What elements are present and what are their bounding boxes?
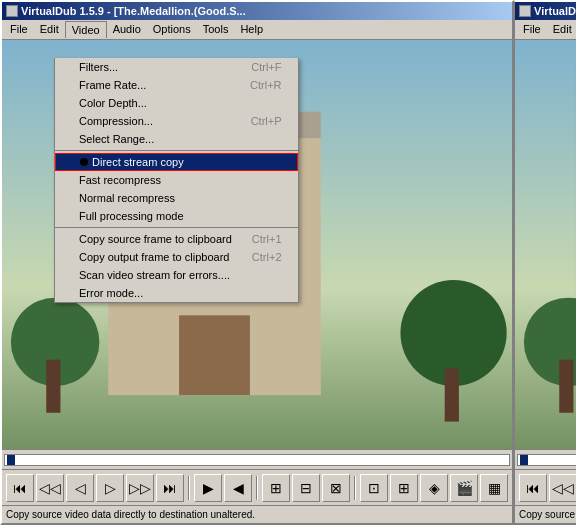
right-timeline-track[interactable] (517, 454, 576, 466)
left-btn-extra4[interactable]: 🎬 (450, 474, 478, 502)
video-menu-directstream[interactable]: Direct stream copy (55, 153, 298, 171)
video-menu-copysource[interactable]: Copy source frame to clipboard Ctrl+1 (55, 230, 298, 248)
left-title-bar: VirtualDub 1.5.9 - [The.Medallion.(Good.… (2, 2, 512, 20)
right-window: VirtualDub 1.5.9 - [The.Medallion.(Good.… (514, 0, 576, 525)
video-menu-scanstream[interactable]: Scan video stream for errors.... (55, 266, 298, 284)
left-menu-help[interactable]: Help (234, 21, 269, 38)
left-btn-extra2[interactable]: ⊞ (390, 474, 418, 502)
svg-rect-27 (559, 360, 573, 413)
left-btn-next-key[interactable]: ▷▷ (126, 474, 154, 502)
video-menu-sep2 (55, 227, 298, 228)
video-menu-normalrecompress[interactable]: Normal recompress (55, 189, 298, 207)
video-menu-filters[interactable]: Filters... Ctrl+F (55, 58, 298, 76)
video-menu-copyoutput[interactable]: Copy output frame to clipboard Ctrl+2 (55, 248, 298, 266)
right-app-icon (519, 5, 531, 17)
right-timeline-area (515, 449, 576, 469)
video-menu-fullprocessing[interactable]: Full processing mode (55, 207, 298, 225)
left-menu-options[interactable]: Options (147, 21, 197, 38)
right-menu-file[interactable]: File (517, 21, 547, 38)
left-btn-zoom-out[interactable]: ⊟ (292, 474, 320, 502)
right-timeline-thumb[interactable] (520, 455, 528, 465)
left-status-bar: Copy source video data directly to desti… (2, 505, 512, 523)
svg-rect-9 (179, 315, 250, 395)
left-btn-mark-in[interactable]: ▶ (194, 474, 222, 502)
svg-rect-13 (445, 368, 459, 421)
left-timeline-thumb[interactable] (7, 455, 15, 465)
left-toolbar-sep2 (256, 476, 258, 500)
video-dropdown-menu: Filters... Ctrl+F Frame Rate... Ctrl+R C… (54, 58, 299, 303)
left-menu-video[interactable]: Video (65, 21, 107, 38)
right-title-bar: VirtualDub 1.5.9 - [The.Medallion.(Good.… (515, 2, 576, 20)
right-status-text: Copy source audio data directly to desti… (519, 509, 576, 520)
left-menu-bar: File Edit Video Audio Options Tools Help (2, 20, 512, 40)
right-btn-prev-key[interactable]: ◁◁ (549, 474, 576, 502)
right-menu-bar: File Edit Video Audio Options Tools Help (515, 20, 576, 40)
right-btn-start[interactable]: ⏮ (519, 474, 547, 502)
left-btn-prev[interactable]: ◁ (66, 474, 94, 502)
left-btn-zoom-in[interactable]: ⊞ (262, 474, 290, 502)
left-title-text: VirtualDub 1.5.9 - [The.Medallion.(Good.… (21, 5, 246, 17)
left-menu-tools[interactable]: Tools (197, 21, 235, 38)
left-toolbar-sep3 (354, 476, 356, 500)
left-toolbar-sep1 (188, 476, 190, 500)
left-menu-file[interactable]: File (4, 21, 34, 38)
left-btn-fit[interactable]: ⊠ (322, 474, 350, 502)
left-btn-extra1[interactable]: ⊡ (360, 474, 388, 502)
left-btn-extra3[interactable]: ◈ (420, 474, 448, 502)
left-timeline-track[interactable] (4, 454, 510, 466)
video-menu-errormode[interactable]: Error mode... (55, 284, 298, 302)
left-toolbar-area: ⏮ ◁◁ ◁ ▷ ▷▷ ⏭ ▶ ◀ ⊞ ⊟ ⊠ ⊡ ⊞ ◈ 🎬 ▦ (2, 469, 512, 505)
right-title-text: VirtualDub 1.5.9 - [The.Medallion.(Good.… (534, 5, 576, 17)
left-btn-end[interactable]: ⏭ (156, 474, 184, 502)
right-toolbar-area: ⏮ ◁◁ ◁ ▷ ▷▷ ⏭ ▶ ◀ ⊞ ⊟ ⊠ ⊡ ⊞ ◈ 🎬 ▦ (515, 469, 576, 505)
video-menu-sep1 (55, 150, 298, 151)
left-window: VirtualDub 1.5.9 - [The.Medallion.(Good.… (0, 0, 514, 525)
video-menu-fastrecompress[interactable]: Fast recompress (55, 171, 298, 189)
left-btn-next[interactable]: ▷ (96, 474, 124, 502)
right-video-area (515, 40, 576, 449)
video-menu-compression[interactable]: Compression... Ctrl+P (55, 112, 298, 130)
left-btn-mark-out[interactable]: ◀ (224, 474, 252, 502)
right-menu-edit[interactable]: Edit (547, 21, 576, 38)
left-app-icon (6, 5, 18, 17)
radio-dot-directstream (80, 158, 88, 166)
left-menu-edit[interactable]: Edit (34, 21, 65, 38)
left-menu-audio[interactable]: Audio (107, 21, 147, 38)
svg-rect-12 (46, 360, 60, 413)
left-btn-start[interactable]: ⏮ (6, 474, 34, 502)
video-menu-selectrange[interactable]: Select Range... (55, 130, 298, 148)
left-timeline-area (2, 449, 512, 469)
video-menu-colordepth[interactable]: Color Depth... (55, 94, 298, 112)
left-btn-prev-key[interactable]: ◁◁ (36, 474, 64, 502)
left-btn-extra5[interactable]: ▦ (480, 474, 508, 502)
video-menu-framerate[interactable]: Frame Rate... Ctrl+R (55, 76, 298, 94)
right-status-bar: Copy source audio data directly to desti… (515, 505, 576, 523)
left-status-text: Copy source video data directly to desti… (6, 509, 508, 520)
